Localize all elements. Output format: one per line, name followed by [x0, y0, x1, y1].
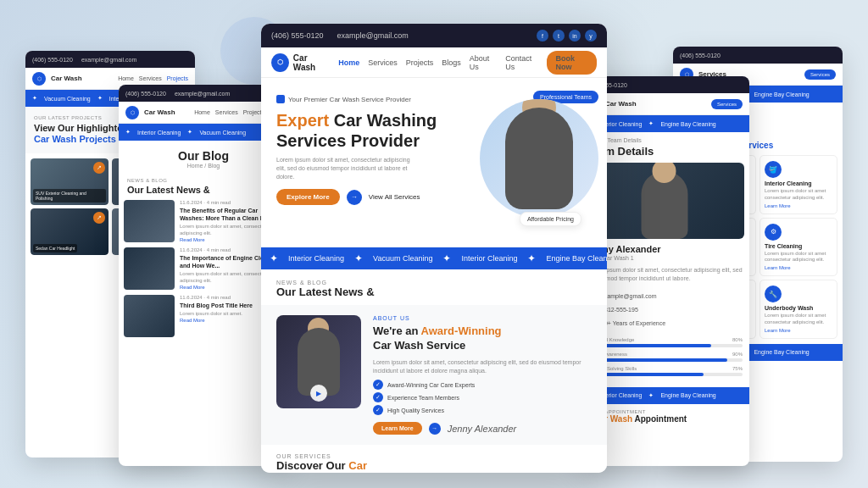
signature: Jenny Alexander — [448, 424, 517, 434]
main-logo-text: Car Wash — [293, 53, 330, 72]
projects-logo-text: ⬡ — [37, 75, 42, 81]
service-card-underbody: 🔧 Underbody Wash Lorem ipsum dolor sit a… — [760, 280, 837, 339]
person-body — [505, 108, 573, 209]
projects-nav-projects[interactable]: Projects — [167, 75, 188, 81]
csr-ticker-bottom-item2: Engine Bay Cleaning — [754, 349, 809, 355]
skill-technical-label: Technical Knowledge 80% — [587, 337, 743, 342]
blog-post-img-2 — [124, 247, 175, 290]
service-name-underbody: Underbody Wash — [765, 305, 832, 311]
social-fb[interactable]: f — [537, 30, 548, 42]
team-ticker-bot-star2: ✦ — [648, 392, 654, 399]
services-tag: OUR SERVICES — [276, 453, 592, 459]
about-title: We're an Award-Winning Car Wash Service — [373, 324, 592, 353]
project-item-3: ↗ Sedan Car Headlight — [31, 208, 108, 255]
hero-title-services: Services Provider — [276, 131, 420, 150]
blog-brand: Car Wash — [144, 108, 175, 116]
services-title-discover: Discover Our — [276, 459, 348, 472]
about-accent: Award-Winning — [421, 324, 502, 337]
hero-image-area: Professional Teams Affordable Pricing — [463, 86, 598, 239]
service-desc-tire: Lorem ipsum dolor sit amet consectetur a… — [765, 251, 832, 264]
team-email-text: example@gmail.com — [601, 293, 656, 299]
about-arrow: → — [429, 423, 441, 435]
about-tag: ABOUT US — [373, 315, 592, 321]
csr-services-btn[interactable]: Services — [804, 69, 836, 80]
blog-ticker-item1: Interior Cleaning — [137, 130, 181, 136]
check-icon-2: ✓ — [373, 392, 383, 402]
main-logo[interactable]: ⬡ Car Wash — [271, 53, 330, 72]
nav-about[interactable]: About Us — [470, 54, 498, 71]
service-link-tire[interactable]: Learn More — [765, 265, 832, 270]
main-navbar: ⬡ Car Wash Home Services Projects Blogs … — [261, 47, 607, 78]
project-label-1: SUV Exterior Cleaning and Polishing — [33, 189, 106, 202]
skill-problem-label: Problem Solving Skills 75% — [587, 366, 743, 371]
team-person-silhouette — [642, 171, 688, 239]
skill-safety-pct: 90% — [732, 352, 743, 357]
project-img-1: ↗ SUV Exterior Cleaning and Polishing — [31, 158, 108, 205]
badge-pricing: Affordable Pricing — [520, 212, 581, 226]
nav-contact[interactable]: Contact Us — [505, 54, 538, 71]
skill-problem: Problem Solving Skills 75% — [587, 366, 743, 376]
check-item-1: ✓ Award-Winning Car Care Experts — [373, 380, 592, 390]
service-desc-interior: Lorem ipsum dolor sit amet consectetur a… — [765, 188, 832, 202]
arrow-circle-icon: → — [347, 190, 362, 205]
hero-title-expert: Expert — [276, 111, 329, 130]
blog-nav-services[interactable]: Services — [215, 109, 238, 116]
social-tw[interactable]: t — [553, 30, 565, 42]
news-section: NEWS & BLOG Our Latest News & — [261, 269, 607, 305]
blog-ticker-item2: Vacuum Cleaning — [199, 130, 246, 136]
main-email: example@gmail.com — [337, 31, 409, 40]
main-ticker: ✦ Interior Cleaning ✦ Vacuum Cleaning ✦ … — [261, 247, 607, 269]
about-desc: Lorem ipsum dolor sit amet, consectetur … — [373, 358, 592, 375]
team-ticker-item2: Engine Bay Cleaning — [660, 121, 715, 127]
social-ig[interactable]: in — [569, 30, 581, 42]
blog-phone: (406) 555-0120 — [125, 91, 166, 97]
team-hero-image — [585, 163, 744, 239]
nav-services[interactable]: Services — [368, 58, 398, 67]
team-ticker-star2: ✦ — [648, 120, 654, 127]
nav-blogs[interactable]: Blogs — [442, 58, 461, 67]
service-card-tire: ⚙ Tire Cleaning Lorem ipsum dolor sit am… — [760, 218, 837, 277]
play-button[interactable]: ▶ — [310, 385, 327, 402]
projects-nav-services[interactable]: Services — [139, 75, 162, 81]
projects-phone: (406) 555-0120 — [32, 57, 73, 63]
projects-topbar: (406) 555-0120 example@gmail.com — [25, 51, 195, 68]
check-label-3: High Quality Services — [387, 408, 444, 413]
team-services-btn[interactable]: Services — [711, 99, 743, 109]
project-arrow-1[interactable]: ↗ — [93, 162, 105, 174]
project-label-3: Sedan Car Headlight — [33, 244, 77, 252]
skill-safety-bar — [587, 358, 743, 362]
ticker-main-interior: Interior Cleaning — [288, 254, 344, 263]
check-label-1: Award-Winning Car Care Experts — [387, 382, 475, 388]
blog-nav-home[interactable]: Home — [194, 109, 210, 116]
book-now-btn[interactable]: Book Now — [547, 51, 597, 75]
view-all-btn[interactable]: View All Services — [369, 193, 420, 201]
projects-nav-home[interactable]: Home — [118, 75, 134, 81]
projects-logo-icon: ⬡ — [32, 72, 46, 86]
service-link-underbody[interactable]: Learn More — [765, 328, 832, 333]
nav-home[interactable]: Home — [338, 58, 359, 67]
news-title: Our Latest News & — [276, 286, 592, 298]
services-section: OUR SERVICES Discover Our Car — [261, 445, 607, 473]
service-desc-underbody: Lorem ipsum dolor sit amet consectetur a… — [765, 313, 832, 326]
skill-safety: Safety Awareness 90% — [587, 352, 743, 362]
ticker-star-2: ✦ — [97, 95, 103, 102]
blog-logo-icon: ⬡ — [125, 106, 139, 119]
service-link-interior[interactable]: Learn More — [765, 203, 832, 208]
service-icon-interior: 🪣 — [765, 161, 782, 178]
blog-ticker-star2: ✦ — [187, 129, 192, 136]
explore-more-btn[interactable]: Explore More — [276, 189, 340, 205]
about-title-line2: Car Wash Service — [373, 339, 465, 352]
skill-problem-pct: 75% — [732, 366, 743, 371]
about-footer: Learn More → Jenny Alexander — [373, 422, 592, 435]
service-icon-tire: ⚙ — [765, 224, 782, 241]
blog-post-img-1 — [124, 200, 175, 242]
blog-page-title: Our Blog — [127, 149, 280, 163]
check-item-3: ✓ High Quality Services — [373, 405, 592, 415]
nav-projects[interactable]: Projects — [406, 58, 434, 67]
social-yt[interactable]: y — [585, 30, 597, 42]
project-arrow-3[interactable]: ↗ — [93, 212, 105, 224]
learn-more-btn[interactable]: Learn More — [373, 422, 422, 435]
project-img-3: ↗ Sedan Car Headlight — [31, 208, 108, 255]
projects-brand: Car Wash — [51, 75, 82, 82]
projects-nav-links: Home Services Projects — [118, 75, 188, 81]
